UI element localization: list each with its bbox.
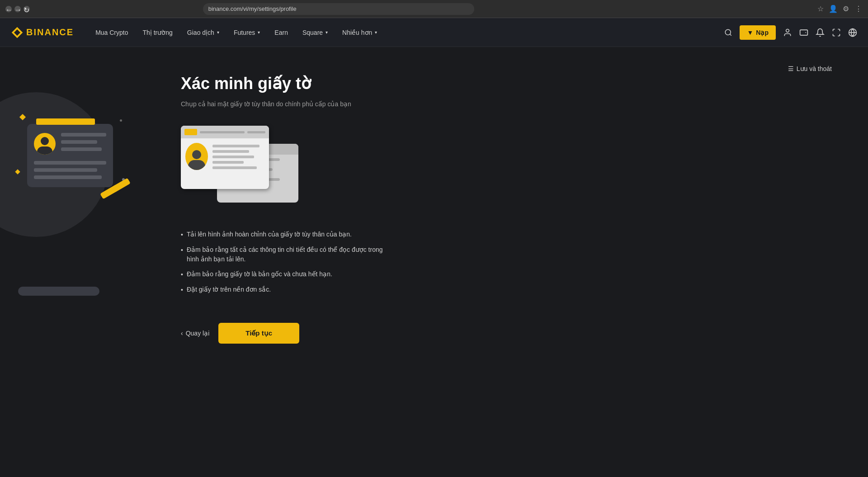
browser-icons-right: ☆ 👤 ⚙ ⋮ — [816, 5, 863, 13]
svg-line-3 — [730, 34, 731, 35]
futures-arrow: ▾ — [258, 30, 260, 35]
search-icon[interactable] — [724, 28, 732, 37]
button-row: ‹ Quay lại Tiếp tục — [181, 323, 299, 344]
nav-item-thi-truong[interactable]: Thị trường — [135, 18, 179, 47]
navbar: BINANCE Mua Crypto Thị trường Giao dịch … — [0, 18, 868, 47]
main-content: ☰ Lưu và thoát Xác minh giấy tờ Chụp cả … — [0, 47, 868, 477]
save-exit-label: Lưu và thoát — [797, 65, 832, 72]
back-button[interactable]: ← — [5, 6, 12, 12]
svg-point-2 — [726, 29, 731, 35]
logo[interactable]: BINANCE — [11, 26, 74, 39]
nav-item-square[interactable]: Square ▾ — [295, 18, 335, 47]
doc-illustration — [181, 126, 298, 212]
doc-card-yellow-rect — [184, 129, 197, 135]
nap-button[interactable]: ▼ Nạp — [740, 25, 776, 40]
browser-controls: ← → ↻ — [5, 6, 30, 12]
user-icon[interactable] — [783, 28, 792, 37]
back-arrow-icon: ‹ — [181, 330, 183, 337]
grid-icon[interactable] — [848, 28, 857, 37]
url-text: binance.com/vi/my/settings/profile — [208, 5, 297, 12]
content-area: Xác minh giấy tờ Chụp cả hai mặt giấy tờ… — [0, 47, 407, 477]
forward-button[interactable]: → — [14, 6, 21, 12]
svg-rect-5 — [800, 30, 808, 35]
extensions-icon[interactable]: ⚙ — [842, 5, 850, 13]
save-exit-button[interactable]: ☰ Lưu và thoát — [788, 65, 832, 72]
nap-arrow-down: ▼ — [747, 29, 753, 36]
page-subtitle: Chụp cả hai mặt giấy tờ tùy thân do chín… — [181, 100, 351, 108]
doc-card-front — [181, 126, 269, 189]
profile-icon[interactable]: 👤 — [829, 5, 837, 13]
address-bar[interactable]: binance.com/vi/my/settings/profile — [203, 3, 474, 15]
nav-item-mua-crypto[interactable]: Mua Crypto — [88, 18, 135, 47]
instruction-3: Đảm bảo rằng giấy tờ là bản gốc và chưa … — [181, 269, 389, 279]
transfer-icon[interactable] — [832, 28, 841, 37]
star-icon[interactable]: ☆ — [816, 5, 825, 13]
nav-items: Mua Crypto Thị trường Giao dịch ▾ Future… — [88, 18, 724, 47]
instruction-2: Đảm bảo rằng tất cả các thông tin chi ti… — [181, 245, 389, 264]
logo-text: BINANCE — [26, 27, 74, 38]
nav-item-giao-dich[interactable]: Giao dịch ▾ — [180, 18, 226, 47]
refresh-button[interactable]: ↻ — [24, 6, 30, 12]
instruction-4: Đặt giấy tờ trên nền đơn sắc. — [181, 285, 389, 295]
instruction-1: Tải lên hình ảnh hoàn chỉnh của giấy tờ … — [181, 230, 389, 240]
bell-icon[interactable] — [816, 28, 825, 37]
nav-item-nhieu-hon[interactable]: Nhiều hơn ▾ — [335, 18, 384, 47]
square-arrow: ▾ — [326, 30, 328, 35]
doc-card-avatar — [185, 143, 208, 170]
wallet-icon[interactable] — [799, 28, 808, 37]
browser-bar: ← → ↻ binance.com/vi/my/settings/profile… — [0, 0, 868, 18]
nav-item-futures[interactable]: Futures ▾ — [226, 18, 267, 47]
svg-point-4 — [786, 29, 789, 32]
back-button[interactable]: ‹ Quay lại — [181, 330, 209, 337]
save-exit-icon: ☰ — [788, 65, 794, 72]
logo-icon — [11, 26, 24, 39]
nhieu-hon-arrow: ▾ — [375, 30, 377, 35]
nav-item-earn[interactable]: Earn — [267, 18, 295, 47]
menu-icon[interactable]: ⋮ — [854, 5, 863, 13]
instructions-list: Tải lên hình ảnh hoàn chỉnh của giấy tờ … — [181, 230, 389, 300]
navbar-right: ▼ Nạp — [724, 25, 857, 40]
page-title: Xác minh giấy tờ — [181, 74, 311, 93]
giao-dich-arrow: ▾ — [217, 30, 219, 35]
continue-button[interactable]: Tiếp tục — [218, 323, 299, 344]
